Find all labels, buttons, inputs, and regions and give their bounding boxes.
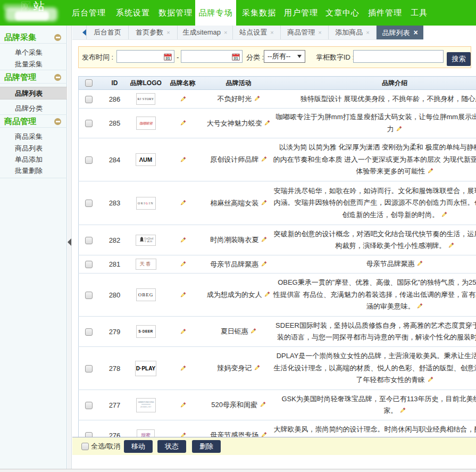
svg-text:千鹤社: 千鹤社 xyxy=(144,240,153,243)
svg-text:31: 31 xyxy=(165,56,170,61)
svg-text:31: 31 xyxy=(233,56,238,61)
svg-text:GEMSTONE KING: GEMSTONE KING xyxy=(138,401,154,403)
svg-text:GuQiud: GuQiud xyxy=(144,236,153,239)
svg-text:JEWELRY: JEWELRY xyxy=(140,406,152,408)
